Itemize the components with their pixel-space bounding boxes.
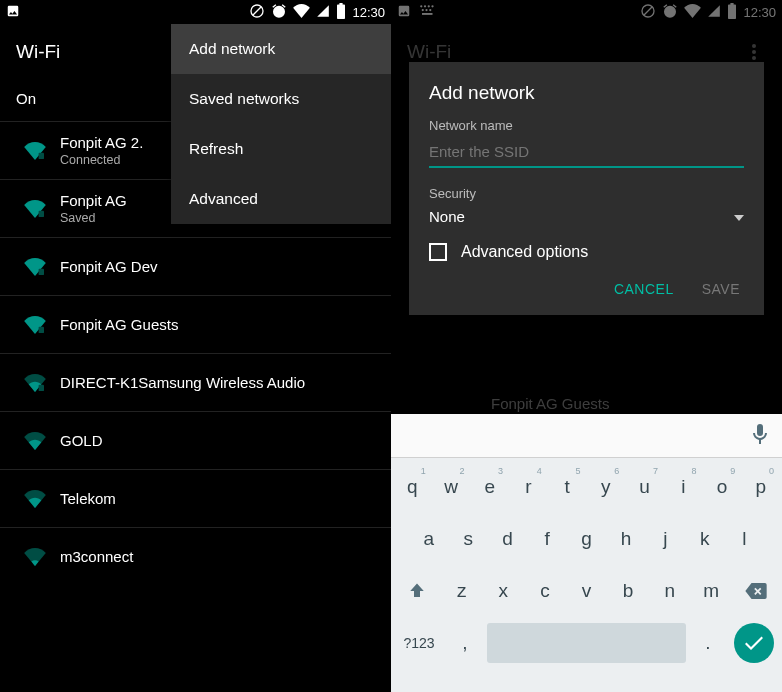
menu-advanced[interactable]: Advanced <box>171 174 391 224</box>
key-e[interactable]: e3 <box>472 464 507 510</box>
key-y[interactable]: y6 <box>589 464 624 510</box>
key-m[interactable]: m <box>692 568 730 614</box>
svg-rect-4 <box>39 384 44 390</box>
key-k[interactable]: k <box>687 516 722 562</box>
network-row[interactable]: GOLD <box>0 411 391 469</box>
key-s[interactable]: s <box>450 516 485 562</box>
key-r[interactable]: r4 <box>511 464 546 510</box>
key-d[interactable]: d <box>490 516 525 562</box>
wifi-icon <box>16 258 54 276</box>
svg-rect-2 <box>39 268 44 274</box>
status-bar: 12:30 <box>0 0 391 24</box>
network-name: Fonpit AG 2. <box>60 134 143 151</box>
wifi-icon <box>16 316 54 334</box>
key-f[interactable]: f <box>529 516 564 562</box>
check-icon <box>734 623 774 663</box>
key-row-1: q1 w2 e3 r4 t5 y6 u7 i8 o9 p0 <box>391 458 782 510</box>
security-value: None <box>429 208 465 225</box>
network-name: Telekom <box>60 490 116 507</box>
key-l[interactable]: l <box>727 516 762 562</box>
key-x[interactable]: x <box>485 568 523 614</box>
key-v[interactable]: v <box>568 568 606 614</box>
key-h[interactable]: h <box>608 516 643 562</box>
save-button[interactable]: SAVE <box>702 281 740 297</box>
network-row[interactable]: DIRECT-K1Samsung Wireless Audio <box>0 353 391 411</box>
network-name: GOLD <box>60 432 103 449</box>
key-q[interactable]: q1 <box>395 464 430 510</box>
key-p[interactable]: p0 <box>743 464 778 510</box>
wifi-icon <box>16 548 54 566</box>
security-dropdown[interactable]: None <box>429 207 744 225</box>
network-row[interactable]: Fonpit AG Guests <box>0 295 391 353</box>
battery-icon <box>336 3 346 22</box>
wifi-icon <box>16 432 54 450</box>
svg-rect-0 <box>39 152 44 158</box>
image-icon <box>6 4 20 21</box>
network-name-label: Network name <box>429 118 744 133</box>
alarm-icon <box>271 3 287 22</box>
menu-saved-networks[interactable]: Saved networks <box>171 74 391 124</box>
menu-add-network[interactable]: Add network <box>171 24 391 74</box>
backspace-key[interactable] <box>734 568 778 614</box>
symbols-key[interactable]: ?123 <box>395 620 443 666</box>
key-a[interactable]: a <box>411 516 446 562</box>
status-time: 12:30 <box>352 5 385 20</box>
network-name: Fonpit AG <box>60 192 127 209</box>
key-c[interactable]: c <box>526 568 564 614</box>
key-o[interactable]: o9 <box>705 464 740 510</box>
key-z[interactable]: z <box>443 568 481 614</box>
key-u[interactable]: u7 <box>627 464 662 510</box>
keyboard: q1 w2 e3 r4 t5 y6 u7 i8 o9 p0 a s d f g … <box>391 414 782 692</box>
network-row[interactable]: Telekom <box>0 469 391 527</box>
mic-icon[interactable] <box>752 424 768 448</box>
ssid-input[interactable] <box>429 139 744 168</box>
checkbox-icon <box>429 243 447 261</box>
page-title: Wi-Fi <box>16 41 60 63</box>
wifi-icon <box>16 490 54 508</box>
network-sub: Saved <box>60 211 127 225</box>
network-name: m3connect <box>60 548 133 565</box>
network-name: Fonpit AG Guests <box>60 316 178 333</box>
key-j[interactable]: j <box>648 516 683 562</box>
enter-key[interactable] <box>730 620 778 666</box>
network-row[interactable]: Fonpit AG Dev <box>0 237 391 295</box>
key-row-4: ?123 , . <box>391 614 782 672</box>
add-network-dialog: Add network Network name Security None A… <box>409 62 764 315</box>
key-i[interactable]: i8 <box>666 464 701 510</box>
spacebar-key[interactable] <box>487 623 686 663</box>
key-t[interactable]: t5 <box>550 464 585 510</box>
key-n[interactable]: n <box>651 568 689 614</box>
key-row-2: a s d f g h j k l <box>391 510 782 562</box>
period-key[interactable]: . <box>690 620 726 666</box>
svg-rect-3 <box>39 326 44 332</box>
dialog-title: Add network <box>429 82 744 104</box>
wifi-icon <box>16 374 54 392</box>
network-name: Fonpit AG Dev <box>60 258 158 275</box>
key-b[interactable]: b <box>609 568 647 614</box>
suggestion-bar <box>391 414 782 458</box>
network-name: DIRECT-K1Samsung Wireless Audio <box>60 374 305 391</box>
svg-rect-1 <box>39 210 44 216</box>
key-w[interactable]: w2 <box>434 464 469 510</box>
overflow-menu: Add network Saved networks Refresh Advan… <box>171 24 391 224</box>
phone-left: 12:30 Wi-Fi Add network Saved networks R… <box>0 0 391 692</box>
wifi-status-icon <box>293 4 310 21</box>
dropdown-icon <box>734 207 744 225</box>
wifi-icon <box>16 200 54 218</box>
cancel-button[interactable]: CANCEL <box>614 281 674 297</box>
phone-right: 12:30 Wi-Fi Add network Network name Sec… <box>391 0 782 692</box>
advanced-options-checkbox[interactable]: Advanced options <box>429 243 744 261</box>
comma-key[interactable]: , <box>447 620 483 666</box>
signal-icon <box>316 4 330 21</box>
network-sub: Connected <box>60 153 143 167</box>
menu-refresh[interactable]: Refresh <box>171 124 391 174</box>
no-entry-icon <box>249 3 265 22</box>
shift-key[interactable] <box>395 568 439 614</box>
security-label: Security <box>429 186 744 201</box>
key-g[interactable]: g <box>569 516 604 562</box>
wifi-icon <box>16 142 54 160</box>
network-row[interactable]: m3connect <box>0 527 391 585</box>
advanced-options-label: Advanced options <box>461 243 588 261</box>
key-row-3: z x c v b n m <box>391 562 782 614</box>
